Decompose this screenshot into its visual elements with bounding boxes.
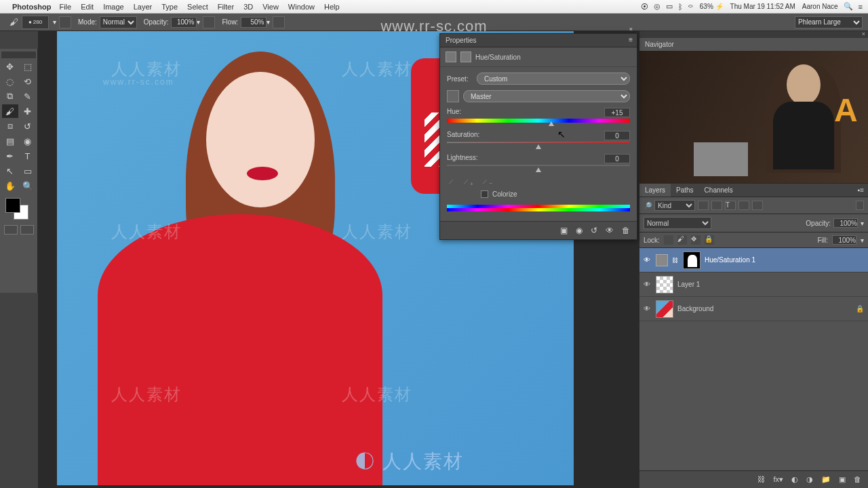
tab-channels[interactable]: Channels — [699, 184, 738, 197]
layer-row[interactable]: 👁 Background 🔒 — [639, 297, 868, 321]
add-mask-icon[interactable]: ◐ — [791, 475, 798, 484]
menu-layer[interactable]: Layer — [134, 3, 153, 11]
filter-shape-icon[interactable] — [738, 201, 749, 210]
blur-tool-icon[interactable]: ◉ — [20, 134, 36, 148]
airbrush-icon[interactable] — [273, 16, 285, 28]
properties-tab[interactable]: Properties ≡ × — [440, 34, 637, 47]
lock-transparent-icon[interactable] — [664, 235, 673, 245]
filter-type-icon[interactable]: T — [725, 201, 736, 210]
menu-select[interactable]: Select — [187, 3, 208, 11]
eyedropper-icon[interactable]: ⟋ — [447, 177, 455, 186]
chevron-down-icon[interactable]: ▾ — [53, 18, 56, 26]
foreground-color-swatch[interactable] — [5, 198, 20, 213]
visibility-icon[interactable]: 👁 — [642, 305, 652, 312]
marquee-tool-icon[interactable]: ◌ — [2, 75, 18, 88]
saturation-value[interactable]: 0 — [604, 131, 630, 140]
color-swatches[interactable] — [1, 198, 36, 218]
chevron-down-icon[interactable]: ▾ — [861, 237, 864, 244]
colorize-checkbox[interactable] — [481, 190, 488, 198]
visibility-icon[interactable]: 👁 — [642, 256, 652, 264]
tab-layers[interactable]: Layers — [639, 184, 671, 197]
navigator-tab[interactable]: Navigator — [639, 38, 868, 51]
lightness-value[interactable]: 0 — [604, 154, 630, 163]
link-layers-icon[interactable]: ⛓ — [757, 475, 765, 484]
new-group-icon[interactable]: 📁 — [821, 475, 831, 484]
delete-layer-icon[interactable]: 🗑 — [854, 475, 861, 484]
menu-extras-icon[interactable]: ≡ — [859, 3, 863, 11]
crop-tool-icon[interactable]: ⧉ — [2, 89, 18, 103]
chevron-down-icon[interactable]: ▾ — [861, 220, 864, 227]
channel-select[interactable]: Master — [463, 90, 630, 102]
layer-thumb[interactable] — [656, 276, 673, 293]
lasso-tool-icon[interactable]: ⟲ — [20, 75, 36, 88]
filter-adjust-icon[interactable] — [711, 201, 722, 210]
adjustment-layer-icon[interactable] — [656, 254, 668, 266]
panel-menu-icon[interactable]: ▪≡ — [854, 184, 868, 197]
new-layer-icon[interactable]: ▣ — [839, 475, 846, 484]
panel-menu-icon[interactable]: ≡ — [629, 36, 633, 43]
lock-pixels-icon[interactable]: 🖌 — [677, 235, 687, 245]
filter-kind-select[interactable]: Kind — [654, 200, 695, 211]
view-previous-icon[interactable]: ◉ — [576, 226, 583, 235]
menu-window[interactable]: Window — [288, 3, 315, 11]
spotlight-icon[interactable]: 🔍 — [844, 2, 853, 11]
search-icon[interactable]: 🔎 — [644, 202, 652, 209]
menu-type[interactable]: Type — [161, 3, 178, 11]
tab-paths[interactable]: Paths — [671, 184, 699, 197]
move-tool-icon[interactable]: ✥ — [2, 60, 18, 73]
pressure-opacity-icon[interactable] — [203, 16, 215, 28]
link-icon[interactable]: ⛓ — [672, 257, 679, 264]
menu-view[interactable]: View — [262, 3, 279, 11]
eyedropper-add-icon[interactable]: ⟋₊ — [462, 177, 474, 186]
menu-help[interactable]: Help — [324, 3, 340, 11]
selection-tool-icon[interactable]: ⬚ — [20, 60, 36, 73]
record-icon[interactable]: ⦿ — [641, 3, 648, 11]
layer-mask-thumb[interactable] — [683, 251, 701, 269]
toolbox-collapse[interactable] — [1, 52, 36, 58]
quick-mask-icon[interactable] — [4, 225, 18, 235]
layer-row[interactable]: 👁 Layer 1 — [639, 272, 868, 297]
eyedropper-sub-icon[interactable]: ⟋₋ — [481, 177, 493, 186]
eyedropper-tool-icon[interactable]: ✎ — [20, 89, 36, 103]
layer-fx-icon[interactable]: fx▾ — [773, 475, 783, 484]
filter-toggle[interactable] — [856, 201, 864, 210]
filter-pixel-icon[interactable] — [698, 201, 709, 210]
close-icon[interactable]: × — [629, 26, 633, 33]
datetime[interactable]: Thu Mar 19 11:52 AM — [730, 3, 795, 10]
display-icon[interactable]: ▭ — [666, 2, 673, 11]
path-tool-icon[interactable]: ↖ — [2, 164, 18, 178]
wifi-icon[interactable]: ⌔ — [688, 3, 693, 11]
pen-tool-icon[interactable]: ✒ — [2, 149, 18, 163]
opacity-input[interactable] — [171, 17, 197, 28]
shape-tool-icon[interactable]: ▭ — [20, 164, 36, 178]
chevron-down-icon[interactable]: ▾ — [197, 18, 200, 26]
clip-to-layer-icon[interactable]: ▣ — [560, 226, 568, 235]
bluetooth-icon[interactable]: ᛒ — [678, 3, 683, 11]
zoom-tool-icon[interactable]: 🔍 — [20, 179, 36, 192]
navigator-preview[interactable]: A — [639, 51, 868, 183]
layer-thumb[interactable] — [656, 300, 673, 318]
gradient-tool-icon[interactable]: ▤ — [2, 134, 18, 148]
cc-icon[interactable]: ◎ — [654, 2, 660, 11]
toggle-visibility-icon[interactable]: 👁 — [606, 226, 614, 235]
blend-mode-select[interactable]: Normal — [644, 217, 711, 229]
lock-all-icon[interactable]: 🔒 — [705, 235, 714, 245]
fill-input[interactable] — [832, 235, 856, 245]
lock-position-icon[interactable]: ✥ — [691, 235, 701, 245]
blend-mode-select[interactable]: Normal — [100, 16, 137, 28]
user-name[interactable]: Aaron Nace — [802, 3, 838, 10]
clone-tool-icon[interactable]: ⧈ — [2, 119, 18, 133]
layer-name[interactable]: Hue/Saturation 1 — [705, 256, 865, 264]
menu-file[interactable]: File — [59, 3, 71, 11]
battery-status[interactable]: 63% ⚡ — [700, 3, 724, 10]
preset-select[interactable]: Custom — [477, 73, 630, 85]
menu-edit[interactable]: Edit — [81, 3, 94, 11]
brush-tool-icon[interactable]: 🖌 — [5, 16, 22, 29]
history-brush-icon[interactable]: ↺ — [20, 119, 36, 133]
layer-row[interactable]: 👁 ⛓ Hue/Saturation 1 — [639, 248, 868, 272]
new-adjustment-icon[interactable]: ◑ — [806, 475, 813, 484]
flow-input[interactable] — [241, 17, 267, 28]
delete-icon[interactable]: 🗑 — [622, 226, 630, 235]
reset-icon[interactable]: ↺ — [591, 226, 597, 235]
brush-tool-icon[interactable]: 🖌 — [2, 104, 18, 118]
